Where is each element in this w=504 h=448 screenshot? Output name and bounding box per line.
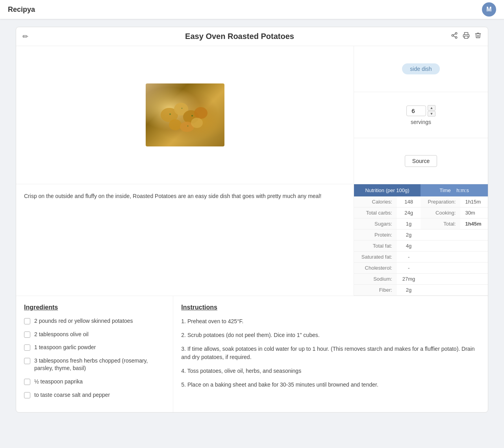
app-logo: Recipya — [8, 6, 35, 14]
recipe-title: Easy Oven Roasted Potatoes — [28, 32, 451, 41]
nutrition-label: Cholesterol: — [354, 263, 397, 274]
servings-up-button[interactable]: ▲ — [428, 105, 435, 111]
nutrition-value: 148 — [397, 196, 421, 207]
ingredient-item: 1 teaspoon garlic powder — [24, 344, 165, 352]
ingredient-text: to taste coarse salt and pepper — [34, 391, 110, 399]
ingredient-checkbox[interactable] — [24, 318, 30, 324]
instruction-item: 4. Toss potatoes, olive oil, herbs, and … — [181, 367, 480, 375]
ingredient-item: 2 pounds red or yellow skinned potatoes — [24, 317, 165, 325]
servings-input-row: ▲ ▼ — [406, 105, 435, 117]
ingredient-checkbox[interactable] — [24, 379, 30, 385]
ingredient-checkbox[interactable] — [24, 358, 30, 364]
servings-container: ▲ ▼ servings — [406, 105, 435, 125]
nutrition-value: - — [397, 252, 421, 263]
source-button[interactable]: Source — [405, 155, 437, 167]
time-label: Total: — [421, 218, 460, 230]
recipe-card: ✏ Easy Oven Roasted Potatoes — [16, 27, 488, 413]
description-text: Crisp on the outside and fluffy on the i… — [24, 192, 346, 200]
servings-input[interactable] — [406, 106, 426, 116]
recipe-description: Crisp on the outside and fluffy on the i… — [16, 184, 354, 296]
time-header: Time h:m:s — [421, 184, 488, 196]
time-label: Preparation: — [421, 196, 460, 207]
nutrition-label: Total carbs: — [354, 207, 397, 218]
potato-illustration — [146, 83, 224, 146]
servings-panel: ▲ ▼ servings — [354, 92, 488, 138]
edit-icon[interactable]: ✏ — [22, 32, 28, 41]
ingredient-text: 1 teaspoon garlic powder — [34, 344, 96, 352]
source-panel: Source — [354, 138, 488, 184]
tag-panel: side dish — [354, 46, 488, 92]
instruction-item: 3. If time allows, soak potatoes in cold… — [181, 345, 480, 361]
instructions-title: Instructions — [181, 304, 480, 311]
nutrition-value: 4g — [397, 241, 421, 252]
recipe-top-section: side dish ▲ ▼ servings — [16, 46, 488, 184]
nutrition-label: Sugars: — [354, 218, 397, 230]
nutrition-value: 2g — [397, 230, 421, 241]
ingredient-text: ½ teaspoon paprika — [34, 378, 83, 386]
recipe-image — [146, 83, 224, 146]
ingredients-section: Ingredients 2 pounds red or yellow skinn… — [16, 296, 173, 412]
servings-down-button[interactable]: ▼ — [428, 111, 435, 117]
time-value: 1h15m — [460, 196, 488, 207]
svg-point-15 — [191, 115, 193, 117]
instruction-item: 5. Place on a baking sheet and bake for … — [181, 381, 480, 389]
svg-point-14 — [181, 108, 182, 109]
nutrition-value: 24g — [397, 207, 421, 218]
servings-arrows: ▲ ▼ — [428, 105, 435, 117]
nutrition-label: Sodium: — [354, 274, 397, 285]
recipe-bottom-section: Ingredients 2 pounds red or yellow skinn… — [16, 296, 488, 412]
print-icon[interactable] — [463, 32, 470, 41]
svg-point-13 — [169, 113, 171, 115]
nutrition-value: 27mg — [397, 274, 421, 285]
top-nav: Recipya M — [0, 0, 504, 19]
ingredients-title: Ingredients — [24, 304, 165, 311]
recipe-header: ✏ Easy Oven Roasted Potatoes — [16, 27, 488, 46]
svg-point-9 — [169, 119, 182, 130]
nutrition-label: Calories: — [354, 196, 397, 207]
nutrition-value: 1g — [397, 218, 421, 230]
ingredient-checkbox[interactable] — [24, 331, 30, 338]
nutrition-label: Total fat: — [354, 241, 397, 252]
recipe-middle-section: Crisp on the outside and fluffy on the i… — [16, 184, 488, 296]
share-icon[interactable] — [451, 32, 458, 41]
ingredient-text: 2 pounds red or yellow skinned potatoes — [34, 317, 133, 325]
nutrition-value: - — [397, 263, 421, 274]
recipe-info-section: side dish ▲ ▼ servings — [354, 46, 488, 184]
nutrition-header: Nutrition (per 100g) — [354, 184, 421, 196]
nutrition-value: 2g — [397, 285, 421, 296]
ingredient-item: ½ teaspoon paprika — [24, 378, 165, 386]
ingredient-text: 2 tablespoons olive oil — [34, 331, 89, 339]
nutrition-time-table: Nutrition (per 100g) Time h:m:s Calories… — [354, 184, 488, 296]
ingredient-item: 2 tablespoons olive oil — [24, 331, 165, 339]
ingredients-list: 2 pounds red or yellow skinned potatoes2… — [24, 317, 165, 399]
instruction-item: 2. Scrub potatoes (do not peel them). Di… — [181, 331, 480, 339]
nutrition-label: Fiber: — [354, 285, 397, 296]
instruction-item: 1. Preheat oven to 425°F. — [181, 317, 480, 326]
ingredient-item: to taste coarse salt and pepper — [24, 391, 165, 399]
svg-rect-5 — [465, 36, 468, 39]
instructions-section: Instructions 1. Preheat oven to 425°F.2.… — [173, 296, 488, 412]
time-label: Cooking: — [421, 207, 460, 218]
nutrition-label: Protein: — [354, 230, 397, 241]
ingredient-checkbox[interactable] — [24, 344, 30, 351]
time-value: 1h45m — [460, 218, 488, 230]
svg-point-12 — [191, 118, 203, 128]
delete-icon[interactable] — [474, 32, 482, 41]
recipe-image-section — [16, 46, 354, 184]
ingredient-item: 3 tablespoons fresh herbs chopped (rosem… — [24, 357, 165, 372]
instructions-list: 1. Preheat oven to 425°F.2. Scrub potato… — [181, 317, 480, 389]
nutrition-label: Saturated fat: — [354, 252, 397, 263]
svg-point-11 — [194, 107, 208, 119]
ingredient-checkbox[interactable] — [24, 392, 30, 398]
svg-line-4 — [453, 34, 455, 35]
main-content: ✏ Easy Oven Roasted Potatoes — [0, 19, 504, 420]
ingredient-text: 3 tablespoons fresh herbs chopped (rosem… — [34, 357, 165, 372]
user-avatar[interactable]: M — [482, 2, 496, 17]
svg-point-16 — [187, 126, 188, 127]
svg-line-3 — [453, 36, 455, 37]
header-actions — [451, 32, 482, 41]
tag-badge[interactable]: side dish — [402, 63, 439, 74]
servings-label: servings — [411, 119, 431, 125]
nutrition-time-section: Nutrition (per 100g) Time h:m:s Calories… — [354, 184, 488, 296]
time-value: 30m — [460, 207, 488, 218]
